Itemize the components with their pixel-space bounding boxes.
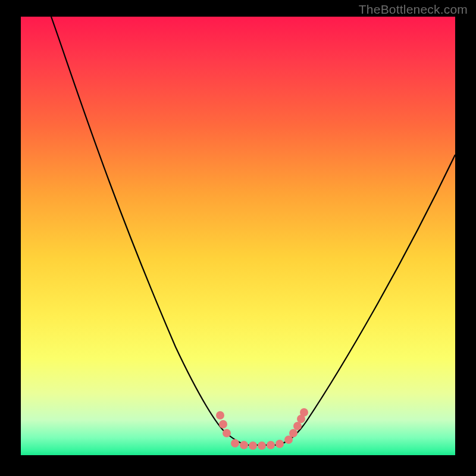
bottleneck-curve (51, 17, 455, 445)
chart-frame: TheBottleneck.com (0, 0, 476, 476)
bottleneck-curve-svg (21, 17, 455, 455)
svg-point-8 (275, 440, 284, 448)
svg-point-5 (249, 441, 257, 450)
svg-point-2 (223, 429, 231, 437)
svg-point-1 (219, 420, 227, 428)
svg-point-7 (267, 441, 275, 449)
svg-point-13 (300, 408, 308, 416)
svg-point-10 (289, 429, 298, 437)
svg-point-6 (258, 441, 266, 450)
svg-point-11 (293, 422, 302, 430)
valley-markers (216, 408, 308, 450)
plot-area (21, 17, 455, 455)
watermark-text: TheBottleneck.com (359, 2, 468, 17)
svg-point-0 (216, 411, 224, 419)
svg-point-3 (231, 439, 239, 447)
svg-point-4 (240, 441, 248, 449)
